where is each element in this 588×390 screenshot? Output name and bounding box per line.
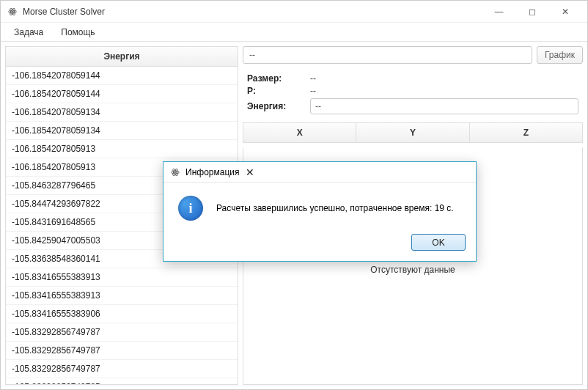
window-title: Morse Cluster Solver	[23, 7, 105, 17]
p-label: P:	[247, 86, 306, 96]
list-item[interactable]: -106.18542078059134	[6, 122, 238, 140]
svg-point-7	[174, 171, 176, 172]
list-item[interactable]: -106.1854207805913	[6, 140, 238, 158]
dialog-titlebar: Информация ✕	[163, 162, 476, 183]
info-fields: Размер: -- P: -- Энергия:	[243, 68, 583, 118]
chart-button[interactable]: График	[537, 46, 583, 64]
energy-label: Энергия:	[247, 101, 306, 111]
info-icon: i	[178, 196, 203, 221]
ok-button[interactable]: OK	[411, 234, 466, 251]
menubar: Задача Помощь	[1, 23, 587, 42]
close-button[interactable]: ✕	[548, 1, 581, 22]
no-data-label: Отсутствуют данные	[243, 265, 582, 275]
p-value: --	[310, 86, 316, 96]
size-label: Размер:	[247, 73, 306, 84]
svg-point-3	[12, 10, 13, 12]
list-item[interactable]: -105.83416555383906	[6, 305, 238, 323]
col-y[interactable]: Y	[356, 123, 468, 142]
app-icon	[7, 6, 18, 18]
list-item[interactable]: -105.83292856749787	[6, 323, 238, 342]
dialog-title: Информация	[185, 167, 239, 177]
list-item[interactable]: -105.83292856749787	[6, 360, 238, 378]
menu-help[interactable]: Помощь	[54, 25, 102, 40]
dialog-close-button[interactable]: ✕	[239, 166, 261, 178]
energy-field[interactable]	[310, 98, 578, 114]
list-item[interactable]: -106.18542078059144	[6, 85, 238, 103]
top-row: График	[243, 46, 583, 64]
dialog-message: Расчеты завершились успешно, потраченное…	[216, 203, 454, 213]
size-value: --	[310, 73, 316, 84]
list-item[interactable]: -105.83416555383913	[6, 287, 238, 305]
energy-list-header: Энергия	[6, 47, 238, 67]
dialog-buttons: OK	[163, 227, 476, 261]
titlebar: Morse Cluster Solver — ◻ ✕	[1, 1, 587, 23]
list-item[interactable]: -105.83416555383913	[6, 268, 238, 287]
dialog-app-icon	[169, 166, 181, 178]
list-item[interactable]: -105.83292856749785	[6, 378, 238, 384]
list-item[interactable]: -106.18542078059134	[6, 103, 238, 122]
search-input[interactable]	[243, 46, 532, 64]
col-x[interactable]: X	[243, 123, 356, 142]
list-item[interactable]: -105.83292856749787	[6, 342, 238, 360]
grid-header: X Y Z	[243, 122, 583, 143]
menu-task[interactable]: Задача	[7, 25, 51, 40]
info-dialog: Информация ✕ i Расчеты завершились успеш…	[163, 161, 477, 262]
col-z[interactable]: Z	[469, 123, 582, 142]
maximize-button[interactable]: ◻	[515, 1, 548, 22]
dialog-body: i Расчеты завершились успешно, потраченн…	[163, 183, 476, 227]
minimize-button[interactable]: —	[482, 1, 515, 22]
list-item[interactable]: -106.18542078059144	[6, 67, 238, 85]
